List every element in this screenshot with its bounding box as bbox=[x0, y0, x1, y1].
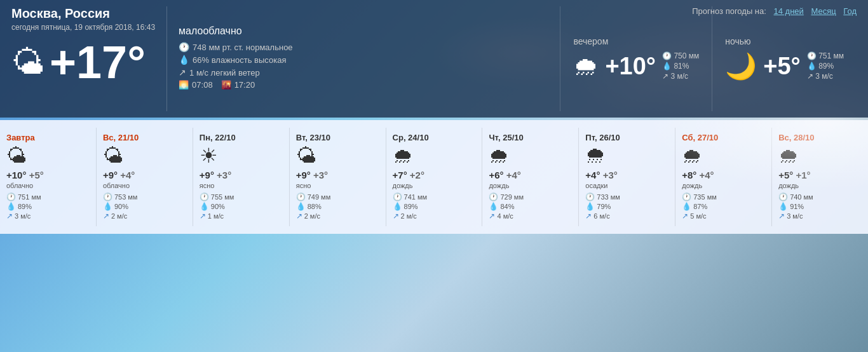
day-humidity-value: 90% bbox=[211, 203, 225, 210]
current-weather: 🌤 +17° bbox=[11, 39, 155, 85]
day-pressure-value: 751 мм bbox=[18, 193, 41, 201]
humidity-stat-icon: 💧 bbox=[6, 202, 16, 211]
day-hi: +9° bbox=[103, 170, 118, 180]
nav-month-link[interactable]: Месяц bbox=[811, 6, 836, 16]
day-humidity-value: 87% bbox=[693, 203, 707, 210]
humidity-stat-icon: 💧 bbox=[200, 202, 209, 211]
day-col: Вс, 28/10 🌧 +5° +1° дождь 🕐 740 мм 💧 91%… bbox=[772, 128, 868, 226]
day-pressure-value: 733 мм bbox=[597, 193, 620, 201]
day-col: Завтра 🌤 +10° +5° облачно 🕐 751 мм 💧 89%… bbox=[0, 128, 97, 226]
day-humidity: 💧 87% bbox=[682, 202, 707, 211]
day-label: Пт, 26/10 bbox=[585, 133, 620, 142]
nav-year-link[interactable]: Год bbox=[843, 6, 857, 16]
day-col: Сб, 27/10 🌧 +8° +4° дождь 🕐 735 мм 💧 87%… bbox=[675, 128, 772, 226]
evening-icon: 🌧 bbox=[573, 52, 599, 81]
day-humidity: 💧 79% bbox=[585, 202, 611, 211]
day-humidity-value: 79% bbox=[597, 203, 611, 210]
wind-stat-icon: ↗ bbox=[393, 212, 399, 220]
day-humidity-value: 91% bbox=[790, 203, 804, 210]
wind-stat-icon: ↗ bbox=[585, 212, 592, 220]
day-temps: +9° +3° bbox=[200, 170, 231, 180]
night-section: ночью 🌙 +5° 🕐 751 мм 💧 89% ↗ 3 м/с bbox=[712, 6, 857, 111]
day-wind: ↗ 4 м/с bbox=[489, 212, 513, 220]
day-hi: +9° bbox=[200, 170, 214, 180]
day-humidity-value: 84% bbox=[500, 203, 514, 210]
day-lo: +3° bbox=[313, 170, 328, 180]
day-col: Ср, 24/10 🌧 +7° +2° дождь 🕐 741 мм 💧 89%… bbox=[386, 128, 483, 226]
day-hi: +5° bbox=[778, 170, 793, 180]
humidity-stat-icon: 💧 bbox=[489, 202, 498, 211]
day-humidity-value: 89% bbox=[404, 203, 418, 210]
day-pressure: 🕐 735 мм bbox=[682, 193, 717, 201]
day-hi: +10° bbox=[6, 170, 26, 180]
pressure-stat-icon: 🕐 bbox=[489, 193, 498, 201]
day-label: Вс, 21/10 bbox=[103, 133, 139, 142]
nav-14days-link[interactable]: 14 дней bbox=[774, 6, 804, 16]
night-pressure: 🕐 751 мм bbox=[807, 51, 844, 60]
wind-detail: ↗ 1 м/с легкий ветер bbox=[179, 67, 313, 78]
day-lo: +4° bbox=[120, 170, 135, 180]
evening-label: вечером bbox=[573, 36, 608, 46]
humidity-stat-icon: 💧 bbox=[393, 202, 402, 211]
wind-stat-icon: ↗ bbox=[200, 212, 206, 220]
day-lo: +1° bbox=[796, 170, 810, 180]
day-pressure-value: 753 мм bbox=[114, 193, 138, 201]
night-wind: ↗ 3 м/с bbox=[807, 72, 844, 81]
day-wind-value: 2 м/с bbox=[111, 212, 127, 220]
day-label: Завтра bbox=[6, 133, 35, 142]
pressure-stat-icon: 🕐 bbox=[103, 193, 112, 201]
wind-stat-icon: ↗ bbox=[296, 212, 302, 220]
day-label: Сб, 27/10 bbox=[682, 133, 718, 142]
current-weather-icon: 🌤 bbox=[11, 46, 44, 79]
forecast-nav: Прогноз погоды на: 14 дней Месяц Год bbox=[692, 6, 857, 16]
pressure-stat-icon: 🕐 bbox=[682, 193, 691, 201]
day-hi: +7° bbox=[393, 170, 407, 180]
pressure-stat-icon: 🕐 bbox=[296, 193, 306, 201]
day-wind-value: 3 м/с bbox=[15, 212, 31, 220]
wind-value: 1 м/с легкий ветер bbox=[189, 68, 260, 78]
day-temps: +4° +3° bbox=[585, 170, 617, 180]
top-weather-panel: Прогноз погоды на: 14 дней Месяц Год Мос… bbox=[0, 0, 868, 118]
day-label: Вт, 23/10 bbox=[296, 133, 330, 142]
condition-title: малооблачно bbox=[179, 25, 313, 37]
day-wind: ↗ 3 м/с bbox=[6, 212, 31, 220]
day-pressure: 🕐 753 мм bbox=[103, 193, 138, 201]
wind-stat-icon: ↗ bbox=[778, 212, 785, 220]
day-icon: 🌤 bbox=[296, 145, 316, 167]
day-hi: +4° bbox=[585, 170, 600, 180]
day-icon: 🌨 bbox=[585, 145, 606, 167]
sunrise-time: 07:08 bbox=[192, 80, 213, 90]
day-wind: ↗ 2 м/с bbox=[393, 212, 417, 220]
night-icon: 🌙 bbox=[725, 51, 757, 81]
night-label: ночью bbox=[725, 36, 750, 46]
day-pressure-value: 749 мм bbox=[308, 193, 331, 201]
day-temps: +9° +3° bbox=[296, 170, 328, 180]
day-wind-value: 5 м/с bbox=[690, 212, 706, 220]
humidity-detail: 💧 66% влажность высокая bbox=[179, 55, 313, 65]
day-pressure: 🕐 755 мм bbox=[200, 193, 234, 201]
day-lo: +3° bbox=[603, 170, 618, 180]
day-pressure: 🕐 751 мм bbox=[6, 193, 41, 201]
day-humidity: 💧 90% bbox=[103, 202, 128, 211]
wind-stat-icon: ↗ bbox=[682, 212, 688, 220]
day-condition: осадки bbox=[585, 182, 607, 189]
day-temps: +7° +2° bbox=[393, 170, 424, 180]
day-lo: +4° bbox=[506, 170, 521, 180]
day-humidity-value: 90% bbox=[114, 203, 128, 210]
day-col: Пн, 22/10 ☀ +9° +3° ясно 🕐 755 мм 💧 90% … bbox=[193, 128, 290, 226]
evening-wind: ↗ 3 м/с bbox=[662, 72, 699, 81]
day-pressure-value: 741 мм bbox=[404, 193, 428, 201]
day-condition: ясно bbox=[296, 182, 311, 189]
day-col: Вт, 23/10 🌤 +9° +3° ясно 🕐 749 мм 💧 88% … bbox=[290, 128, 386, 226]
day-humidity: 💧 84% bbox=[489, 202, 514, 211]
day-temps: +5° +1° bbox=[778, 170, 810, 180]
day-temps: +9° +4° bbox=[103, 170, 135, 180]
day-condition: дождь bbox=[489, 182, 509, 189]
pressure-stat-icon: 🕐 bbox=[778, 193, 788, 201]
day-icon: 🌤 bbox=[103, 145, 123, 167]
condition-section: малооблачно 🕐 748 мм рт. ст. нормальное … bbox=[166, 6, 313, 111]
pressure-stat-icon: 🕐 bbox=[393, 193, 402, 201]
day-humidity: 💧 91% bbox=[778, 202, 804, 211]
sunset-time: 17:20 bbox=[234, 80, 255, 90]
day-pressure: 🕐 729 мм bbox=[489, 193, 524, 201]
